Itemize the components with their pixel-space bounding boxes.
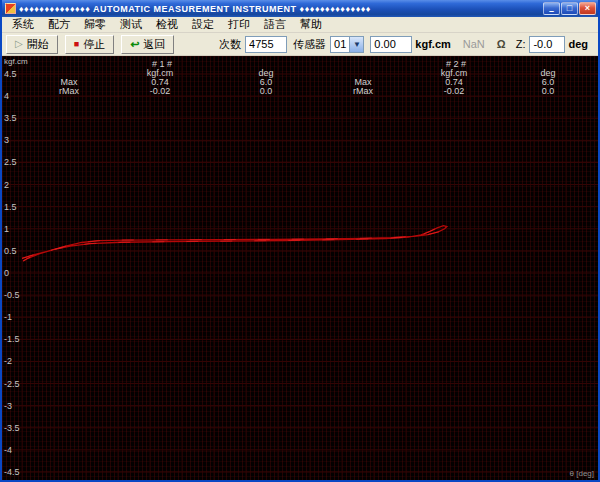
y-tick-label: 3 [4, 135, 24, 145]
menu-item-zero[interactable]: 歸零 [77, 17, 113, 32]
toolbar: ▷ 開始 ■ 停止 ↩ 返回 次数 传感器 01 ▼ kgf.cm NaN Ω … [2, 33, 598, 56]
y-tick-label: -1.5 [4, 334, 24, 344]
x-axis-label: θ [deg] [570, 469, 594, 478]
y-tick-label: 1.5 [4, 202, 24, 212]
menu-item-print[interactable]: 打印 [221, 17, 257, 32]
y-tick-label: 3.5 [4, 113, 24, 123]
sensor-label: 传感器 [293, 37, 326, 52]
y-tick-label: -3 [4, 401, 24, 411]
s2-rmax-angle: 0.0 [513, 87, 583, 96]
sensor-selected-value: 01 [331, 37, 349, 52]
app-icon [5, 3, 16, 14]
y-tick-label: -0.5 [4, 290, 24, 300]
menu-item-system[interactable]: 系统 [5, 17, 41, 32]
minimize-icon: – [549, 7, 554, 16]
count-label: 次数 [219, 37, 241, 52]
count-input[interactable] [245, 36, 287, 53]
y-tick-label: -2 [4, 356, 24, 366]
start-button[interactable]: ▷ 開始 [6, 35, 58, 54]
chart-plot: kgf.cm # 1 # # 2 # kgf.cm deg kgf.cm deg… [2, 56, 598, 480]
window-controls: – □ × [542, 2, 596, 15]
y-axis-unit: kgf.cm [4, 57, 28, 66]
minimize-button[interactable]: – [543, 2, 560, 15]
close-icon: × [585, 4, 590, 13]
z-unit-label: deg [568, 38, 588, 50]
omega-icon: Ω [497, 38, 506, 50]
sensor-select[interactable]: 01 ▼ [330, 36, 364, 53]
chevron-down-icon[interactable]: ▼ [349, 37, 363, 52]
y-tick-label: -2.5 [4, 379, 24, 389]
chart-grid [2, 56, 598, 480]
s2-rmax-torque: -0.02 [419, 87, 489, 96]
menu-item-view[interactable]: 检视 [149, 17, 185, 32]
y-tick-label: 0 [4, 268, 24, 278]
y-tick-label: 0.5 [4, 246, 24, 256]
start-button-label: 開始 [27, 37, 49, 52]
s2-rmax-label: rMax [338, 87, 388, 96]
menu-item-language[interactable]: 語言 [257, 17, 293, 32]
stop-button[interactable]: ■ 停止 [65, 35, 114, 54]
close-button[interactable]: × [579, 2, 596, 15]
menu-item-settings[interactable]: 設定 [185, 17, 221, 32]
return-button-label: 返回 [143, 37, 165, 52]
s1-rmax-angle: 0.0 [231, 87, 301, 96]
y-tick-label: 4.5 [4, 69, 24, 79]
return-arrow-icon: ↩ [130, 39, 139, 50]
window-title: ♦♦♦♦♦♦♦♦♦♦♦♦♦♦ AUTOMATIC MEASUREMENT INS… [19, 4, 542, 14]
y-tick-label: -4 [4, 445, 24, 455]
menu-item-test[interactable]: 测试 [113, 17, 149, 32]
s1-rmax-label: rMax [44, 87, 94, 96]
z-label: Z: [516, 38, 526, 50]
y-tick-label: 2 [4, 180, 24, 190]
stop-button-label: 停止 [83, 37, 105, 52]
maximize-icon: □ [567, 4, 572, 13]
menu-item-help[interactable]: 幫助 [293, 17, 329, 32]
stop-icon: ■ [74, 40, 79, 49]
y-tick-label: -1 [4, 312, 24, 322]
menubar: 系统 配方 歸零 测试 检视 設定 打印 語言 幫助 [2, 17, 598, 33]
torque-input[interactable] [370, 36, 412, 53]
s1-rmax-torque: -0.02 [125, 87, 195, 96]
torque-unit-label: kgf.cm [415, 38, 450, 50]
y-tick-label: -3.5 [4, 423, 24, 433]
return-button[interactable]: ↩ 返回 [121, 35, 174, 54]
y-tick-label: 1 [4, 224, 24, 234]
y-tick-label: 4 [4, 91, 24, 101]
titlebar: ♦♦♦♦♦♦♦♦♦♦♦♦♦♦ AUTOMATIC MEASUREMENT INS… [2, 0, 598, 17]
y-tick-label: -4.5 [4, 467, 24, 477]
y-tick-label: 2.5 [4, 157, 24, 167]
nan-readout: NaN [463, 38, 485, 50]
maximize-button[interactable]: □ [561, 2, 578, 15]
menu-item-recipe[interactable]: 配方 [41, 17, 77, 32]
z-input[interactable] [529, 36, 565, 53]
play-icon: ▷ [15, 39, 23, 49]
app-window: ♦♦♦♦♦♦♦♦♦♦♦♦♦♦ AUTOMATIC MEASUREMENT INS… [0, 0, 600, 482]
